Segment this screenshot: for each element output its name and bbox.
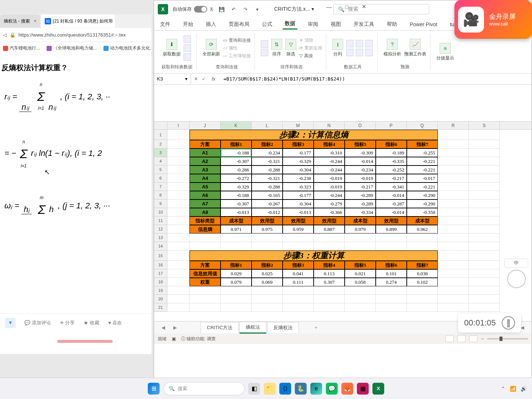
cell[interactable]: 指标4 <box>314 261 345 269</box>
next-sheet-icon[interactable]: ▶ <box>170 325 181 330</box>
cell[interactable]: 指标2 <box>252 261 283 269</box>
cell[interactable] <box>438 208 469 216</box>
cell[interactable] <box>314 286 345 295</box>
cell[interactable]: 指标7 <box>407 140 438 149</box>
cell[interactable] <box>167 216 190 225</box>
outline-button[interactable]: ≡分级显示 <box>436 43 454 61</box>
cell[interactable]: 指标6 <box>376 140 407 149</box>
cell[interactable]: -0.017 <box>407 174 438 183</box>
cell[interactable] <box>469 157 500 166</box>
cell[interactable]: 0.307 <box>314 278 345 286</box>
cell[interactable] <box>407 233 438 242</box>
cell[interactable] <box>469 242 500 250</box>
queries-connections-button[interactable]: ▭ 查询和连接 <box>223 37 251 44</box>
cell[interactable]: 0.021 <box>345 269 376 278</box>
cell[interactable] <box>469 278 500 286</box>
wifi-icon[interactable]: 📶 <box>510 386 516 392</box>
data-validation-icon[interactable] <box>365 40 373 47</box>
cell[interactable]: 0.029 <box>221 269 252 278</box>
enter-icon[interactable]: ✓ <box>202 76 206 82</box>
cell[interactable]: -0.334 <box>345 208 376 216</box>
cell[interactable]: A3 <box>190 166 221 174</box>
cell[interactable] <box>167 183 190 191</box>
col-header[interactable]: N <box>314 122 345 129</box>
from-table-icon[interactable] <box>184 53 191 61</box>
cell[interactable] <box>283 242 314 250</box>
cell[interactable]: -0.290 <box>407 200 438 208</box>
cell[interactable]: 指标3 <box>283 140 314 149</box>
reapply-button[interactable]: ⟳ 重新应用 <box>299 45 322 51</box>
bookmark-item[interactable]: 《全球电池和电力储... <box>47 45 97 51</box>
cell[interactable]: -0.189 <box>376 149 407 157</box>
cell[interactable] <box>469 200 500 208</box>
cell[interactable]: 指标5 <box>345 140 376 149</box>
cell[interactable]: -0.234 <box>345 166 376 174</box>
cell[interactable] <box>167 303 190 312</box>
cell[interactable]: -0.014 <box>376 208 407 216</box>
get-data-button[interactable]: ⬇获取数据 <box>163 39 181 57</box>
file-explorer-icon[interactable]: 📁 <box>264 383 276 395</box>
cell[interactable] <box>167 191 190 200</box>
ribbon-tab-insert[interactable]: 插入 <box>204 20 218 29</box>
row-header[interactable]: 19 <box>154 286 167 295</box>
cell[interactable]: 指标7 <box>407 261 438 269</box>
cell[interactable] <box>469 166 500 174</box>
cell[interactable]: -0.289 <box>345 191 376 200</box>
cell[interactable]: -0.221 <box>407 157 438 166</box>
browser-tab-2[interactable]: 知 (21 封私信 / 93 条消息) 如何用 × <box>41 14 115 28</box>
cell[interactable] <box>438 200 469 208</box>
relationships-icon[interactable] <box>356 49 363 56</box>
cell[interactable]: -0.323 <box>283 183 314 191</box>
cell[interactable] <box>167 166 190 174</box>
system-tray[interactable]: ⌃ 📶 🔊 <box>501 386 527 392</box>
cell[interactable]: -0.244 <box>314 157 345 166</box>
fx-icon[interactable]: fx <box>209 76 218 82</box>
cell[interactable] <box>469 140 500 149</box>
cell[interactable] <box>438 303 469 312</box>
cell[interactable]: 0.069 <box>252 278 283 286</box>
cell[interactable] <box>438 130 469 140</box>
cell[interactable] <box>438 261 469 269</box>
cell[interactable] <box>469 149 500 157</box>
bookmark-item[interactable]: 动力电池技术多元化... <box>103 45 151 51</box>
cell[interactable] <box>469 216 500 225</box>
cell[interactable]: -0.221 <box>407 166 438 174</box>
cell[interactable]: 信息熵 <box>190 225 221 233</box>
cell[interactable] <box>469 286 500 295</box>
cell[interactable]: 指标6 <box>376 261 407 269</box>
cell[interactable]: -0.234 <box>252 149 283 157</box>
cell[interactable]: 0.101 <box>376 269 407 278</box>
cell[interactable]: -0.289 <box>345 200 376 208</box>
cell[interactable]: -0.013 <box>283 208 314 216</box>
cell[interactable]: -0.217 <box>345 183 376 191</box>
ribbon-tab-review[interactable]: 审阅 <box>306 20 320 29</box>
cell[interactable]: 成本型 <box>345 216 376 225</box>
cell[interactable]: 0.959 <box>283 225 314 233</box>
cell[interactable]: 指标类型 <box>190 216 221 225</box>
ribbon-tab-developer[interactable]: 开发工具 <box>351 20 376 29</box>
cancel-icon[interactable]: ✕ <box>194 76 198 82</box>
cell[interactable]: -0.252 <box>376 166 407 174</box>
cell[interactable] <box>167 261 190 269</box>
clear-button[interactable]: ✕ 清除 <box>299 37 313 44</box>
cell[interactable] <box>252 295 283 303</box>
cell[interactable] <box>438 250 469 261</box>
cell[interactable]: -0.321 <box>252 174 283 183</box>
cell[interactable] <box>438 157 469 166</box>
cell[interactable]: -0.329 <box>221 183 252 191</box>
page-break-view-icon[interactable] <box>469 335 477 342</box>
cell[interactable]: 0.975 <box>252 225 283 233</box>
cell[interactable]: A8 <box>190 208 221 216</box>
cell[interactable] <box>407 242 438 250</box>
cell[interactable] <box>190 303 221 312</box>
browser-tab-1[interactable]: 熵权法 - 搜索 × <box>0 14 40 28</box>
cell[interactable] <box>438 286 469 295</box>
cell[interactable]: 指标1 <box>221 140 252 149</box>
spreadsheet-grid[interactable]: I J K L M N O P Q R S 1步骤2：计算信息熵2方案指标1指标… <box>154 122 532 321</box>
select-all-corner[interactable] <box>154 122 167 129</box>
mascot-widget[interactable]: 中 <box>504 259 528 307</box>
cell[interactable] <box>167 140 190 149</box>
vscode-icon[interactable]: ⟨⟩ <box>279 383 291 395</box>
cell[interactable]: 效用型 <box>376 216 407 225</box>
row-header[interactable]: 1 <box>154 130 167 140</box>
